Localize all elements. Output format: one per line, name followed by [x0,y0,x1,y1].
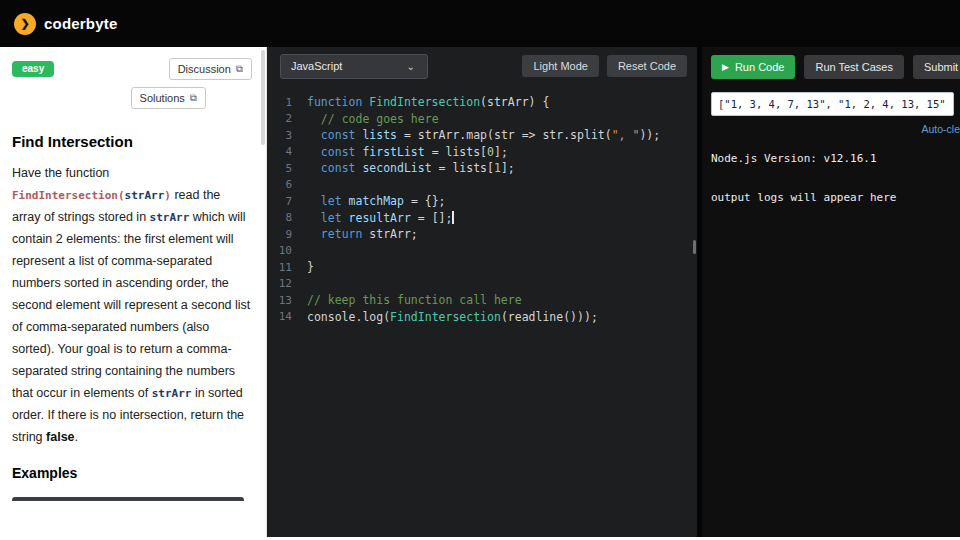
solutions-row: Solutions ⧉ [12,87,252,109]
reset-code-button[interactable]: Reset Code [607,55,687,77]
challenge-title: Find Intersection [12,133,252,150]
code-line: 13// keep this function call here [267,292,697,309]
run-buttons-row: ▶ Run Code Run Test Cases Submit [711,55,960,79]
code-text: return strArr; [307,227,418,241]
discussion-button-label: Discussion [178,63,231,75]
line-number: 9 [267,228,307,241]
difficulty-badge: easy [12,61,54,77]
external-link-icon: ⧉ [236,63,243,75]
code-line: 10 [267,243,697,260]
challenge-description: Have the function FindIntersection(strAr… [12,162,252,448]
external-link-icon: ⧉ [190,92,197,104]
line-number: 14 [267,310,307,323]
code-text: const firstList = lists[0]; [307,145,508,159]
run-code-button-label: Run Code [735,61,785,73]
description-segment: Have the function [12,166,109,180]
code-editor[interactable]: 1function FindIntersection(strArr) {2 //… [267,85,697,537]
line-number: 13 [267,294,307,307]
code-line: 14console.log(FindIntersection(readline(… [267,309,697,326]
code-line: 12 [267,276,697,293]
code-line: 7 let matchMap = {}; [267,193,697,210]
code-text: console.log(FindIntersection(readline())… [307,310,598,324]
code-line: 5 const secondList = lists[1]; [267,160,697,177]
brand-name: coderbyte [44,15,118,32]
app: ❯ coderbyte easy Discussion ⧉ Solutions … [0,0,960,540]
text-cursor [452,211,454,224]
challenge-panel: easy Discussion ⧉ Solutions ⧉ Find Inter… [0,47,267,537]
description-segment: strArr [152,387,192,400]
description-segment: strArr [150,211,190,224]
brand[interactable]: ❯ coderbyte [14,13,118,35]
node-version-label: Node.js Version: v12.16.1 [711,152,960,165]
code-text: // code goes here [307,112,439,126]
challenge-panel-header: easy Discussion ⧉ [12,58,252,80]
code-text: const lists = strArr.map(str => str.spli… [307,128,660,142]
code-text: // keep this function call here [307,293,522,307]
output-placeholder: output logs will appear here [711,191,960,204]
line-number: 5 [267,162,307,175]
coderbyte-logo-icon: ❯ [14,13,36,35]
editor-scrollbar[interactable] [693,240,696,254]
line-number: 12 [267,277,307,290]
code-line: 1function FindIntersection(strArr) { [267,94,697,111]
chevron-down-icon: ⌄ [407,61,415,72]
auto-clear-link[interactable]: Auto-cle [711,123,960,135]
line-number: 11 [267,261,307,274]
light-mode-button[interactable]: Light Mode [522,55,598,77]
discussion-button[interactable]: Discussion ⧉ [169,58,252,80]
editor-toolbar: JavaScript ⌄ Light Mode Reset Code [267,47,697,85]
code-line: 8 let resultArr = []; [267,210,697,227]
line-number: 4 [267,145,307,158]
test-input-field[interactable] [711,92,954,116]
solutions-button[interactable]: Solutions ⧉ [131,87,206,109]
line-number: 8 [267,211,307,224]
editor-panel: JavaScript ⌄ Light Mode Reset Code 1func… [267,47,697,537]
line-number: 1 [267,96,307,109]
code-text: let matchMap = {}; [307,194,446,208]
solutions-button-label: Solutions [140,92,185,104]
left-panel-scrollbar[interactable] [261,50,265,145]
line-number: 6 [267,178,307,191]
language-select-value: JavaScript [291,60,342,72]
code-text: function FindIntersection(strArr) { [307,95,549,109]
description-segment: . [75,430,78,444]
code-line: 2 // code goes here [267,111,697,128]
description-segment: false [46,430,75,444]
example-block-edge [12,497,244,501]
submit-button[interactable]: Submit [913,55,960,79]
code-text: } [307,260,314,274]
description-segment: FindIntersection( [12,189,125,202]
line-number: 10 [267,244,307,257]
run-code-button[interactable]: ▶ Run Code [711,55,795,79]
code-line: 9 return strArr; [267,226,697,243]
main-content: easy Discussion ⧉ Solutions ⧉ Find Inter… [0,47,960,537]
line-number: 7 [267,195,307,208]
run-test-cases-button[interactable]: Run Test Cases [804,55,903,79]
examples-heading: Examples [12,465,252,481]
code-line: 4 const firstList = lists[0]; [267,144,697,161]
description-segment: strArr [125,189,165,202]
code-line: 6 [267,177,697,194]
run-panel: ▶ Run Code Run Test Cases Submit Auto-cl… [702,47,960,537]
code-line: 11} [267,259,697,276]
topbar: ❯ coderbyte [0,0,960,47]
description-segment: which will contain 2 elements: the first… [12,210,250,400]
line-number: 2 [267,112,307,125]
code-lines: 1function FindIntersection(strArr) {2 //… [267,94,697,325]
description-segment: ) [164,189,171,202]
code-text: const secondList = lists[1]; [307,161,515,175]
language-select[interactable]: JavaScript ⌄ [280,54,428,79]
line-number: 3 [267,129,307,142]
play-icon: ▶ [722,62,729,72]
code-line: 3 const lists = strArr.map(str => str.sp… [267,127,697,144]
code-text: let resultArr = []; [307,211,454,225]
